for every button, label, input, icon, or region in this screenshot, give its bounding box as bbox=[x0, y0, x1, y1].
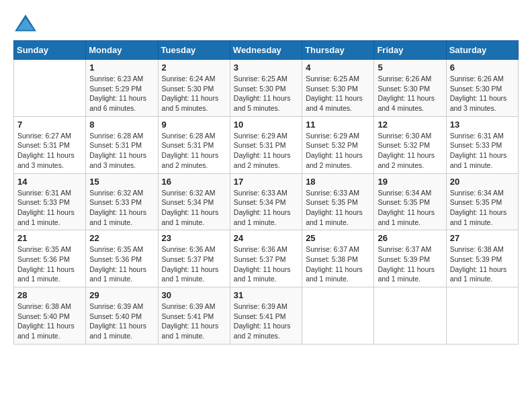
day-info: Sunrise: 6:34 AMSunset: 5:35 PMDaylight:… bbox=[378, 188, 442, 228]
day-number: 16 bbox=[162, 177, 226, 187]
calendar-cell bbox=[374, 287, 446, 345]
day-number: 2 bbox=[162, 62, 226, 73]
calendar-week-row: 21Sunrise: 6:35 AMSunset: 5:36 PMDayligh… bbox=[14, 230, 519, 287]
calendar-cell: 15Sunrise: 6:32 AMSunset: 5:33 PMDayligh… bbox=[86, 173, 158, 230]
day-number: 9 bbox=[162, 120, 226, 130]
page-header bbox=[13, 13, 519, 34]
day-number: 8 bbox=[89, 120, 154, 130]
day-number: 31 bbox=[234, 290, 298, 300]
day-info: Sunrise: 6:26 AMSunset: 5:30 PMDaylight:… bbox=[378, 74, 442, 113]
day-number: 4 bbox=[306, 62, 370, 73]
day-info: Sunrise: 6:29 AMSunset: 5:32 PMDaylight:… bbox=[306, 131, 370, 171]
logo-icon bbox=[13, 13, 38, 34]
day-number: 30 bbox=[162, 290, 226, 300]
day-info: Sunrise: 6:25 AMSunset: 5:30 PMDaylight:… bbox=[306, 74, 370, 113]
day-info: Sunrise: 6:25 AMSunset: 5:30 PMDaylight:… bbox=[234, 74, 298, 113]
day-info: Sunrise: 6:31 AMSunset: 5:33 PMDaylight:… bbox=[450, 131, 515, 171]
day-of-week-header: Thursday bbox=[302, 41, 374, 60]
calendar-cell: 29Sunrise: 6:39 AMSunset: 5:40 PMDayligh… bbox=[86, 287, 158, 345]
day-info: Sunrise: 6:28 AMSunset: 5:31 PMDaylight:… bbox=[162, 131, 226, 171]
calendar-cell: 13Sunrise: 6:31 AMSunset: 5:33 PMDayligh… bbox=[446, 116, 518, 173]
day-info: Sunrise: 6:30 AMSunset: 5:32 PMDaylight:… bbox=[378, 131, 442, 171]
day-of-week-header: Monday bbox=[86, 41, 158, 60]
day-info: Sunrise: 6:39 AMSunset: 5:41 PMDaylight:… bbox=[234, 302, 298, 341]
calendar-cell: 12Sunrise: 6:30 AMSunset: 5:32 PMDayligh… bbox=[374, 116, 446, 173]
calendar-cell bbox=[14, 60, 86, 117]
day-info: Sunrise: 6:32 AMSunset: 5:34 PMDaylight:… bbox=[162, 188, 226, 228]
calendar-cell: 27Sunrise: 6:38 AMSunset: 5:39 PMDayligh… bbox=[446, 230, 518, 287]
calendar-week-row: 28Sunrise: 6:38 AMSunset: 5:40 PMDayligh… bbox=[14, 287, 519, 345]
calendar-cell: 28Sunrise: 6:38 AMSunset: 5:40 PMDayligh… bbox=[14, 287, 86, 345]
day-info: Sunrise: 6:23 AMSunset: 5:29 PMDaylight:… bbox=[89, 74, 154, 113]
calendar-table: SundayMondayTuesdayWednesdayThursdayFrid… bbox=[13, 40, 519, 345]
day-number: 18 bbox=[306, 177, 370, 187]
day-number: 20 bbox=[450, 177, 515, 187]
day-info: Sunrise: 6:27 AMSunset: 5:31 PMDaylight:… bbox=[17, 131, 82, 171]
day-of-week-header: Friday bbox=[374, 41, 446, 60]
calendar-cell: 10Sunrise: 6:29 AMSunset: 5:31 PMDayligh… bbox=[230, 116, 302, 173]
calendar-cell: 1Sunrise: 6:23 AMSunset: 5:29 PMDaylight… bbox=[86, 60, 158, 117]
day-number: 12 bbox=[378, 120, 442, 130]
calendar-week-row: 7Sunrise: 6:27 AMSunset: 5:31 PMDaylight… bbox=[14, 116, 519, 173]
calendar-cell: 26Sunrise: 6:37 AMSunset: 5:39 PMDayligh… bbox=[374, 230, 446, 287]
calendar-cell: 2Sunrise: 6:24 AMSunset: 5:30 PMDaylight… bbox=[158, 60, 230, 117]
day-number: 3 bbox=[234, 62, 298, 73]
calendar-cell: 7Sunrise: 6:27 AMSunset: 5:31 PMDaylight… bbox=[14, 116, 86, 173]
day-number: 21 bbox=[17, 233, 82, 243]
calendar-cell: 24Sunrise: 6:36 AMSunset: 5:37 PMDayligh… bbox=[230, 230, 302, 287]
day-number: 11 bbox=[306, 120, 370, 130]
calendar-header-row: SundayMondayTuesdayWednesdayThursdayFrid… bbox=[14, 41, 519, 60]
day-number: 15 bbox=[89, 177, 154, 187]
day-of-week-header: Wednesday bbox=[230, 41, 302, 60]
day-number: 19 bbox=[378, 177, 442, 187]
calendar-cell: 4Sunrise: 6:25 AMSunset: 5:30 PMDaylight… bbox=[302, 60, 374, 117]
calendar-cell: 23Sunrise: 6:36 AMSunset: 5:37 PMDayligh… bbox=[158, 230, 230, 287]
day-info: Sunrise: 6:36 AMSunset: 5:37 PMDaylight:… bbox=[162, 244, 226, 284]
calendar-week-row: 1Sunrise: 6:23 AMSunset: 5:29 PMDaylight… bbox=[14, 60, 519, 117]
day-info: Sunrise: 6:35 AMSunset: 5:36 PMDaylight:… bbox=[17, 244, 82, 284]
logo bbox=[13, 13, 40, 34]
calendar-week-row: 14Sunrise: 6:31 AMSunset: 5:33 PMDayligh… bbox=[14, 173, 519, 230]
day-number: 10 bbox=[234, 120, 298, 130]
day-number: 26 bbox=[378, 233, 442, 243]
calendar-cell bbox=[446, 287, 518, 345]
day-number: 24 bbox=[234, 233, 298, 243]
day-info: Sunrise: 6:35 AMSunset: 5:36 PMDaylight:… bbox=[89, 244, 154, 284]
day-info: Sunrise: 6:39 AMSunset: 5:41 PMDaylight:… bbox=[162, 302, 226, 341]
day-number: 13 bbox=[450, 120, 515, 130]
calendar-cell: 21Sunrise: 6:35 AMSunset: 5:36 PMDayligh… bbox=[14, 230, 86, 287]
calendar-cell: 22Sunrise: 6:35 AMSunset: 5:36 PMDayligh… bbox=[86, 230, 158, 287]
calendar-cell: 17Sunrise: 6:33 AMSunset: 5:34 PMDayligh… bbox=[230, 173, 302, 230]
day-info: Sunrise: 6:33 AMSunset: 5:35 PMDaylight:… bbox=[306, 188, 370, 228]
day-number: 7 bbox=[17, 120, 82, 130]
calendar-cell: 6Sunrise: 6:26 AMSunset: 5:30 PMDaylight… bbox=[446, 60, 518, 117]
calendar-cell: 3Sunrise: 6:25 AMSunset: 5:30 PMDaylight… bbox=[230, 60, 302, 117]
day-info: Sunrise: 6:28 AMSunset: 5:31 PMDaylight:… bbox=[89, 131, 154, 171]
calendar-cell: 31Sunrise: 6:39 AMSunset: 5:41 PMDayligh… bbox=[230, 287, 302, 345]
day-number: 29 bbox=[89, 290, 154, 300]
day-number: 28 bbox=[17, 290, 82, 300]
day-info: Sunrise: 6:32 AMSunset: 5:33 PMDaylight:… bbox=[89, 188, 154, 228]
day-info: Sunrise: 6:26 AMSunset: 5:30 PMDaylight:… bbox=[450, 74, 515, 113]
day-number: 23 bbox=[162, 233, 226, 243]
calendar-cell: 25Sunrise: 6:37 AMSunset: 5:38 PMDayligh… bbox=[302, 230, 374, 287]
day-of-week-header: Tuesday bbox=[158, 41, 230, 60]
day-number: 27 bbox=[450, 233, 515, 243]
day-info: Sunrise: 6:37 AMSunset: 5:38 PMDaylight:… bbox=[306, 244, 370, 284]
calendar-cell: 18Sunrise: 6:33 AMSunset: 5:35 PMDayligh… bbox=[302, 173, 374, 230]
day-info: Sunrise: 6:36 AMSunset: 5:37 PMDaylight:… bbox=[234, 244, 298, 284]
calendar-cell bbox=[302, 287, 374, 345]
day-info: Sunrise: 6:37 AMSunset: 5:39 PMDaylight:… bbox=[378, 244, 442, 284]
calendar-cell: 8Sunrise: 6:28 AMSunset: 5:31 PMDaylight… bbox=[86, 116, 158, 173]
day-info: Sunrise: 6:24 AMSunset: 5:30 PMDaylight:… bbox=[162, 74, 226, 113]
day-number: 25 bbox=[306, 233, 370, 243]
day-info: Sunrise: 6:33 AMSunset: 5:34 PMDaylight:… bbox=[234, 188, 298, 228]
day-of-week-header: Sunday bbox=[14, 41, 86, 60]
day-number: 14 bbox=[17, 177, 82, 187]
day-of-week-header: Saturday bbox=[446, 41, 518, 60]
day-info: Sunrise: 6:29 AMSunset: 5:31 PMDaylight:… bbox=[234, 131, 298, 171]
calendar-cell: 16Sunrise: 6:32 AMSunset: 5:34 PMDayligh… bbox=[158, 173, 230, 230]
calendar-cell: 14Sunrise: 6:31 AMSunset: 5:33 PMDayligh… bbox=[14, 173, 86, 230]
day-info: Sunrise: 6:38 AMSunset: 5:40 PMDaylight:… bbox=[17, 302, 82, 341]
day-info: Sunrise: 6:38 AMSunset: 5:39 PMDaylight:… bbox=[450, 244, 515, 284]
